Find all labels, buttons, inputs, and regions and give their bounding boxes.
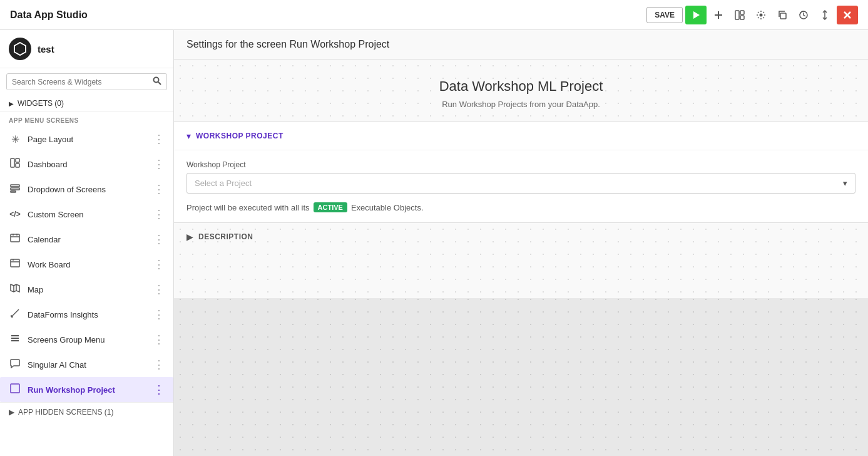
dataforms-insights-more-icon[interactable]: ⋮ <box>151 308 167 321</box>
sidebar-item-dashboard[interactable]: Dashboard ⋮ <box>0 152 173 177</box>
svg-rect-16 <box>16 158 19 162</box>
map-label: Map <box>28 285 43 294</box>
info-suffix: Executable Objects. <box>351 203 424 212</box>
run-workshop-project-more-icon[interactable]: ⋮ <box>151 383 167 396</box>
content-area: Settings for the screen Run Workshop Pro… <box>174 30 868 456</box>
calendar-more-icon[interactable]: ⋮ <box>151 232 167 246</box>
svg-line-14 <box>158 82 161 85</box>
topbar-actions: SAVE <box>646 6 858 24</box>
sidebar-item-singular-ai-chat[interactable]: Singular AI Chat ⋮ <box>0 352 173 377</box>
hidden-screens-label: APP HIDDEN SCREENS (1) <box>18 408 113 417</box>
svg-marker-28 <box>11 284 19 292</box>
layout-button[interactable] <box>730 6 749 24</box>
svg-point-6 <box>760 13 763 16</box>
settings-button[interactable] <box>752 6 770 24</box>
svg-rect-37 <box>11 384 19 393</box>
split-button[interactable] <box>815 6 834 24</box>
description-panel: ▶ DESCRIPTION <box>174 223 868 298</box>
page-layout-label: Page Layout <box>28 135 73 144</box>
search-bar <box>6 73 167 90</box>
sidebar-item-map[interactable]: Map ⋮ <box>0 277 173 302</box>
description-expand-arrow: ▶ <box>186 232 193 242</box>
run-workshop-project-icon <box>9 383 21 396</box>
svg-rect-3 <box>735 11 739 19</box>
svg-marker-0 <box>693 11 700 19</box>
run-button[interactable] <box>685 6 707 24</box>
app-logo <box>9 38 31 60</box>
project-select-placeholder: Select a Project <box>195 179 252 188</box>
project-select[interactable]: Select a Project ▾ <box>186 173 855 194</box>
widgets-toggle[interactable]: ▶ WIDGETS (0) <box>0 95 173 112</box>
dropdown-screens-more-icon[interactable]: ⋮ <box>151 182 167 196</box>
active-badge: ACTIVE <box>314 202 347 212</box>
dashboard-more-icon[interactable]: ⋮ <box>151 157 167 171</box>
sidebar-item-run-workshop-project[interactable]: Run Workshop Project ⋮ <box>0 377 173 402</box>
hero-subtitle: Run Workshop Projects from your DataApp. <box>186 100 855 109</box>
custom-screen-icon: </> <box>9 210 21 219</box>
calendar-label: Calendar <box>28 235 61 244</box>
custom-screen-more-icon[interactable]: ⋮ <box>151 207 167 221</box>
save-button[interactable]: SAVE <box>646 7 683 23</box>
sidebar-item-work-board[interactable]: Work Board ⋮ <box>0 252 173 277</box>
history-button[interactable] <box>794 6 813 24</box>
work-board-more-icon[interactable]: ⋮ <box>151 257 167 271</box>
svg-rect-36 <box>11 340 19 341</box>
svg-rect-25 <box>11 259 19 267</box>
sidebar-item-dropdown-screens[interactable]: Dropdown of Screens ⋮ <box>0 177 173 202</box>
svg-rect-17 <box>16 163 19 167</box>
delete-button[interactable] <box>837 6 858 24</box>
svg-rect-35 <box>11 338 19 339</box>
widgets-label: WIDGETS (0) <box>18 99 64 108</box>
svg-line-31 <box>11 309 19 317</box>
workshop-project-header[interactable]: ▾ WORKSHOP PROJECT <box>174 122 868 150</box>
work-board-label: Work Board <box>28 260 70 269</box>
svg-rect-4 <box>740 11 744 14</box>
svg-rect-21 <box>11 234 19 242</box>
dropdown-screens-icon <box>9 183 21 195</box>
svg-rect-18 <box>11 185 19 187</box>
workshop-panel-body: Workshop Project Select a Project ▾ Proj… <box>174 150 868 222</box>
settings-header: Settings for the screen Run Workshop Pro… <box>174 30 868 60</box>
description-section-title: DESCRIPTION <box>198 232 253 241</box>
info-text: Project will be executed with all its AC… <box>186 202 855 212</box>
singular-ai-chat-more-icon[interactable]: ⋮ <box>151 358 167 371</box>
sidebar-item-page-layout[interactable]: ✳ Page Layout ⋮ <box>0 127 173 152</box>
svg-rect-7 <box>780 13 786 19</box>
hidden-screens-toggle[interactable]: ▶ APP HIDDEN SCREENS (1) <box>0 402 173 422</box>
svg-rect-19 <box>11 188 19 190</box>
page-layout-more-icon[interactable]: ⋮ <box>151 132 167 146</box>
app-name: test <box>38 44 54 54</box>
nav-items-list: ✳ Page Layout ⋮ Dashboard ⋮ <box>0 127 173 402</box>
dashboard-label: Dashboard <box>28 160 68 169</box>
screens-group-menu-label: Screens Group Menu <box>28 335 105 345</box>
workshop-expand-arrow: ▾ <box>186 131 191 141</box>
svg-rect-34 <box>11 335 19 336</box>
info-prefix: Project will be executed with all its <box>186 203 310 212</box>
map-more-icon[interactable]: ⋮ <box>151 282 167 296</box>
dataforms-insights-label: DataForms Insights <box>28 310 98 319</box>
description-header[interactable]: ▶ DESCRIPTION <box>186 232 855 242</box>
sidebar-item-calendar[interactable]: Calendar ⋮ <box>0 227 173 252</box>
calendar-icon <box>9 233 21 246</box>
sidebar: test ▶ WIDGETS (0) APP MENU SCREENS ✳ Pa… <box>0 30 174 456</box>
sidebar-item-dataforms-insights[interactable]: DataForms Insights ⋮ <box>0 302 173 327</box>
screens-group-menu-icon <box>9 333 21 346</box>
dropdown-screens-label: Dropdown of Screens <box>28 185 106 194</box>
svg-point-13 <box>154 78 159 83</box>
svg-marker-12 <box>14 43 26 55</box>
workshop-field-label: Workshop Project <box>186 160 855 169</box>
search-input[interactable] <box>7 75 148 90</box>
copy-button[interactable] <box>773 6 792 24</box>
hidden-screens-arrow: ▶ <box>9 408 14 417</box>
sidebar-item-screens-group-menu[interactable]: Screens Group Menu ⋮ <box>0 327 173 352</box>
card-hero: Data Workshop ML Project Run Workshop Pr… <box>174 60 868 122</box>
search-button[interactable] <box>148 74 166 90</box>
screens-group-menu-more-icon[interactable]: ⋮ <box>151 333 167 346</box>
svg-rect-5 <box>740 16 744 19</box>
topbar: Data App Studio SAVE <box>0 0 868 30</box>
page-layout-icon: ✳ <box>9 133 21 145</box>
add-button[interactable] <box>709 6 728 24</box>
run-workshop-project-label: Run Workshop Project <box>28 385 115 395</box>
workshop-project-panel: ▾ WORKSHOP PROJECT Workshop Project Sele… <box>174 122 868 223</box>
sidebar-item-custom-screen[interactable]: </> Custom Screen ⋮ <box>0 202 173 227</box>
